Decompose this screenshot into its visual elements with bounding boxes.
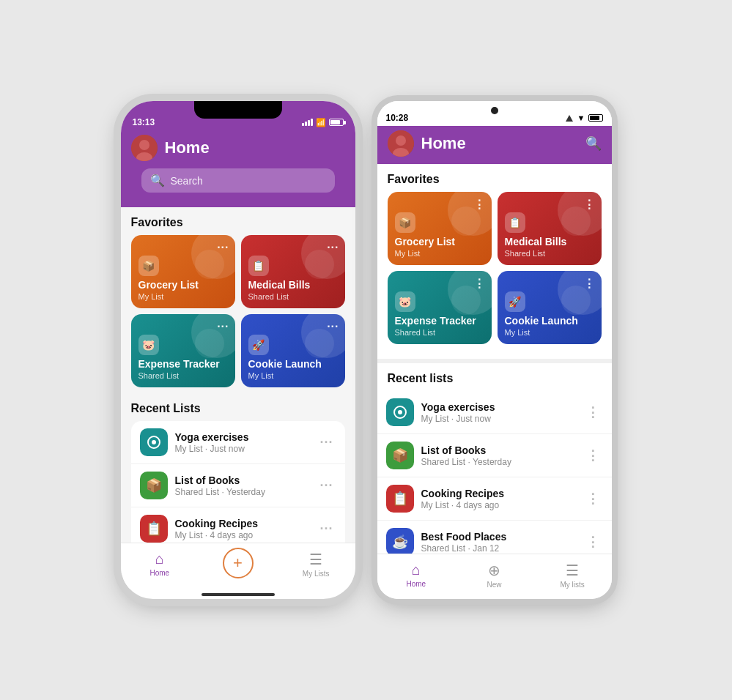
iphone-wifi-icon: 📶 — [316, 118, 326, 127]
nav-add[interactable]: + — [199, 548, 277, 581]
android-signal-icon — [566, 115, 573, 122]
android-yoga-name: Yoga exercises — [421, 401, 576, 413]
android-books-info: List of Books Shared List · Yesterday — [421, 444, 576, 467]
card-menu-expense[interactable]: ··· — [217, 320, 229, 333]
android-camera — [491, 107, 498, 114]
yoga-icon — [140, 428, 168, 456]
iphone-recent-list: Yoga exercises My List · Just now ··· 📦 … — [131, 421, 345, 543]
books-info: List of Books Shared List · Yesterday — [175, 474, 310, 497]
android-header-title: Home — [421, 134, 578, 153]
books-more[interactable]: ··· — [317, 475, 336, 496]
android-card-cookie[interactable]: ⋮ 🚀 Cookie Launch My List — [498, 271, 602, 344]
yoga-meta: My List · Just now — [175, 444, 310, 454]
android-food-icon: ☕ — [386, 528, 414, 554]
android-bottom-nav: ⌂ Home ⊕ New ☰ My lists — [377, 554, 612, 599]
android-new-label: New — [487, 581, 502, 589]
add-icon[interactable]: + — [223, 548, 254, 578]
yoga-name: Yoga exercises — [175, 431, 310, 443]
android-search-icon[interactable]: 🔍 — [585, 135, 602, 152]
cooking-meta: My List · 4 days ago — [175, 530, 310, 540]
android-cookie-name: Cookie Launch — [505, 315, 594, 327]
iphone-search-bar[interactable]: 🔍 Search — [141, 168, 335, 193]
android-yoga-more[interactable]: ⋮ — [583, 401, 603, 423]
android-cooking-more[interactable]: ⋮ — [583, 488, 603, 510]
android-cooking-info: Cooking Recipes My List · 4 days ago — [421, 488, 576, 510]
android-menu-medical[interactable]: ⋮ — [583, 198, 596, 212]
list-item[interactable]: Yoga exercises My List · Just now ⋮ — [377, 391, 612, 434]
android-food-more[interactable]: ⋮ — [583, 531, 603, 553]
android-scroll[interactable]: Favorites ⋮ 📦 Grocery List My List — [377, 164, 612, 554]
iphone-header: Home — [121, 129, 355, 168]
android-food-info: Best Food Places Shared List · Jan 12 — [421, 531, 576, 554]
list-item[interactable]: ☕ Best Food Places Shared List · Jan 12 … — [377, 521, 612, 554]
android-nav-mylists[interactable]: ☰ My lists — [533, 559, 612, 592]
android-favorites-title: Favorites — [377, 164, 612, 192]
android-cooking-name: Cooking Recipes — [421, 488, 576, 499]
favorite-card-expense[interactable]: ··· 🐷 Expense Tracker Shared List — [131, 314, 235, 387]
android-medical-type: Shared List — [505, 249, 594, 258]
cookie-type: My List — [248, 371, 338, 380]
nav-home[interactable]: ⌂ Home — [121, 548, 199, 581]
cookie-icon: 🚀 — [248, 335, 269, 355]
android-mylists-label: My lists — [561, 581, 585, 589]
svg-point-4 — [152, 440, 156, 444]
android-avatar[interactable] — [388, 130, 414, 157]
yoga-more[interactable]: ··· — [317, 432, 336, 453]
android-menu-expense[interactable]: ⋮ — [473, 277, 486, 291]
iphone-battery-icon — [329, 119, 344, 126]
android-books-name: List of Books — [421, 444, 576, 456]
iphone-scroll[interactable]: Favorites ··· 📦 Grocery List My List ···… — [121, 207, 355, 543]
android-card-medical[interactable]: ⋮ 📋 Medical Bills Shared List — [498, 192, 602, 265]
android-card-expense[interactable]: ⋮ 🐷 Expense Tracker Shared List — [388, 271, 492, 344]
android-card-grocery[interactable]: ⋮ 📦 Grocery List My List — [388, 192, 492, 265]
list-item[interactable]: 📦 List of Books Shared List · Yesterday … — [131, 464, 345, 507]
android-cooking-meta: My List · 4 days ago — [421, 500, 576, 510]
expense-icon: 🐷 — [138, 335, 159, 355]
books-meta: Shared List · Yesterday — [175, 487, 310, 497]
grocery-name: Grocery List — [138, 279, 228, 291]
cooking-more[interactable]: ··· — [317, 518, 336, 540]
nav-mylists[interactable]: ☰ My Lists — [277, 548, 355, 581]
android-yoga-meta: My List · Just now — [421, 414, 576, 424]
avatar[interactable] — [131, 135, 158, 161]
card-menu-cookie[interactable]: ··· — [327, 320, 339, 333]
android-grocery-icon: 📦 — [395, 212, 415, 233]
list-item[interactable]: Yoga exercises My List · Just now ··· — [131, 421, 345, 464]
android-cooking-icon: 📋 — [386, 485, 414, 513]
android-books-more[interactable]: ⋮ — [583, 444, 603, 466]
favorite-card-cookie[interactable]: ··· 🚀 Cookie Launch My List — [241, 314, 345, 387]
iphone-header-title: Home — [165, 138, 345, 157]
android-menu-cookie[interactable]: ⋮ — [583, 277, 596, 291]
list-item[interactable]: 📋 Cooking Recipes My List · 4 days ago ·… — [131, 507, 345, 543]
favorite-card-medical[interactable]: ··· 📋 Medical Bills Shared List — [241, 235, 345, 308]
iphone-search-text: Search — [171, 175, 203, 187]
expense-type: Shared List — [138, 371, 228, 380]
favorite-card-grocery[interactable]: ··· 📦 Grocery List My List — [131, 235, 235, 308]
android-nav-new[interactable]: ⊕ New — [455, 559, 533, 592]
android-food-meta: Shared List · Jan 12 — [421, 543, 576, 554]
card-menu-medical[interactable]: ··· — [327, 241, 339, 254]
android-recent-title: Recent lists — [377, 363, 612, 391]
list-item[interactable]: 📦 List of Books Shared List · Yesterday … — [377, 434, 612, 477]
cookie-name: Cookie Launch — [248, 358, 338, 371]
yoga-info: Yoga exercises My List · Just now — [175, 431, 310, 454]
iphone-time: 13:13 — [133, 105, 155, 127]
android-battery-icon — [588, 114, 603, 122]
android-nav-home[interactable]: ⌂ Home — [377, 559, 456, 592]
search-icon: 🔍 — [150, 174, 165, 187]
iphone-notch — [194, 101, 282, 119]
android-menu-grocery[interactable]: ⋮ — [473, 198, 486, 212]
iphone-app: 13:13 📶 — [121, 101, 355, 599]
iphone-favorites-grid: ··· 📦 Grocery List My List ··· 📋 Medical… — [121, 235, 355, 393]
android-yoga-icon — [386, 398, 414, 426]
books-icon: 📦 — [140, 472, 168, 499]
home-label: Home — [149, 569, 169, 577]
svg-point-9 — [398, 410, 402, 414]
list-item[interactable]: 📋 Cooking Recipes My List · 4 days ago ⋮ — [377, 477, 612, 521]
home-indicator — [202, 593, 275, 596]
cooking-icon: 📋 — [140, 515, 168, 543]
card-menu-grocery[interactable]: ··· — [217, 241, 229, 254]
expense-name: Expense Tracker — [138, 358, 228, 371]
android-time: 10:28 — [386, 113, 409, 123]
cooking-info: Cooking Recipes My List · 4 days ago — [175, 518, 310, 540]
